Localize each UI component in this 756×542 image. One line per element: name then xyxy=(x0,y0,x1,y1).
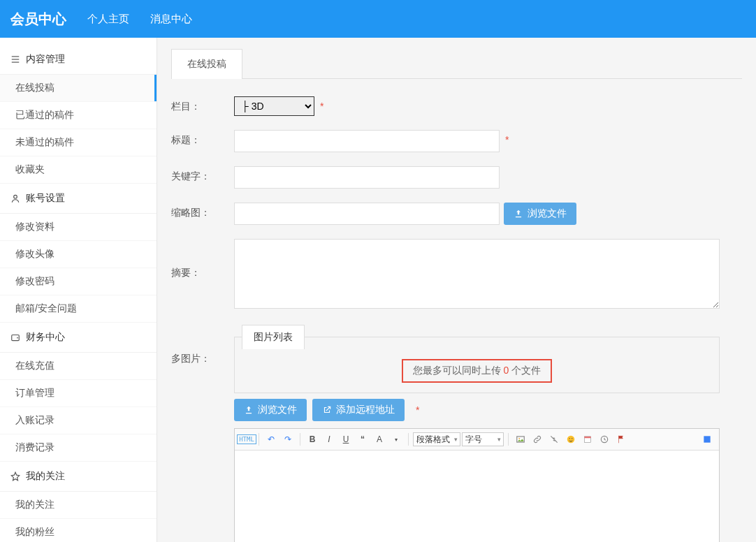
svg-rect-1 xyxy=(12,59,20,59)
add-remote-url-button[interactable]: 添加远程地址 xyxy=(312,399,405,421)
external-link-icon xyxy=(322,405,332,415)
image-list-tab[interactable]: 图片列表 xyxy=(242,325,305,349)
bold-button[interactable]: B xyxy=(305,432,320,447)
label-summary: 摘要： xyxy=(171,239,234,279)
upload-icon xyxy=(514,209,523,219)
sidebar-item-submit[interactable]: 在线投稿 xyxy=(0,75,157,102)
redo-button[interactable]: ↷ xyxy=(280,432,296,447)
editor-toolbar: HTML ↶ ↷ B I U “ A ▾ 段落格式 字号 xyxy=(235,429,719,451)
svg-rect-12 xyxy=(584,437,590,438)
tab-online-submit[interactable]: 在线投稿 xyxy=(171,49,242,79)
svg-rect-2 xyxy=(12,62,20,63)
sidebar-item-edit-profile[interactable]: 修改资料 xyxy=(0,214,157,241)
thumb-input[interactable] xyxy=(234,203,500,225)
sidebar-group-label: 账号设置 xyxy=(26,192,65,205)
tabs: 在线投稿 xyxy=(171,48,742,79)
html-source-button[interactable]: HTML xyxy=(239,432,254,447)
nav-message-center[interactable]: 消息中心 xyxy=(150,13,192,26)
sidebar-item-edit-avatar[interactable]: 修改头像 xyxy=(0,241,157,268)
sidebar-item-recharge[interactable]: 在线充值 xyxy=(0,353,157,380)
main-content: 在线投稿 栏目： ├ 3D * 标题： * 关键字： xyxy=(157,38,756,542)
special-char-button[interactable] xyxy=(613,432,629,447)
button-label: 添加远程地址 xyxy=(336,404,395,416)
sidebar-item-orders[interactable]: 订单管理 xyxy=(0,380,157,407)
image-icon xyxy=(516,434,525,444)
undo-button[interactable]: ↶ xyxy=(263,432,279,447)
date-button[interactable] xyxy=(580,432,595,447)
title-input[interactable] xyxy=(234,130,500,152)
button-label: 浏览文件 xyxy=(258,404,297,416)
rich-text-editor: HTML ↶ ↷ B I U “ A ▾ 段落格式 字号 xyxy=(234,428,720,542)
paragraph-format-select[interactable]: 段落格式 xyxy=(413,432,460,446)
nav-personal-home[interactable]: 个人主页 xyxy=(87,13,129,26)
label-thumb: 缩略图： xyxy=(171,203,234,219)
clock-icon xyxy=(599,434,609,444)
user-icon xyxy=(10,193,20,203)
sidebar-group-content: 内容管理 xyxy=(0,45,157,75)
smiley-icon xyxy=(566,434,576,444)
sidebar-item-rejected[interactable]: 未通过的稿件 xyxy=(0,129,157,156)
column-select[interactable]: ├ 3D xyxy=(234,96,314,116)
svg-point-5 xyxy=(17,337,18,339)
sidebar-group-finance: 财务中心 xyxy=(0,323,157,353)
browse-file-button[interactable]: 浏览文件 xyxy=(504,203,576,225)
sidebar-item-my-fans[interactable]: 我的粉丝 xyxy=(0,519,157,542)
time-button[interactable] xyxy=(597,432,612,447)
sidebar-group-label: 内容管理 xyxy=(26,53,65,66)
required-marker: * xyxy=(320,96,324,112)
italic-button[interactable]: I xyxy=(321,432,337,447)
sidebar-item-email-security[interactable]: 邮箱/安全问题 xyxy=(0,295,157,323)
svg-point-7 xyxy=(518,438,520,439)
editor-body[interactable] xyxy=(235,451,719,542)
sidebar-group-label: 我的关注 xyxy=(26,470,65,483)
label-column: 栏目： xyxy=(171,96,234,113)
upload-icon xyxy=(244,405,254,415)
link-button[interactable] xyxy=(530,432,545,447)
sidebar-group-follow: 我的关注 xyxy=(0,462,157,492)
link-icon xyxy=(532,434,542,444)
sidebar-item-income[interactable]: 入账记录 xyxy=(0,407,157,434)
sidebar-group-label: 财务中心 xyxy=(26,331,65,344)
star-icon xyxy=(10,471,20,481)
fullscreen-icon xyxy=(702,434,712,444)
calendar-icon xyxy=(583,434,593,444)
sidebar-item-my-follow[interactable]: 我的关注 xyxy=(0,492,157,519)
label-title: 标题： xyxy=(171,130,234,147)
sidebar-item-expense[interactable]: 消费记录 xyxy=(0,434,157,462)
svg-rect-0 xyxy=(12,56,20,57)
sidebar-item-edit-password[interactable]: 修改密码 xyxy=(0,268,157,295)
underline-button[interactable]: U xyxy=(338,432,354,447)
emoji-button[interactable] xyxy=(563,432,579,447)
sidebar-group-account: 账号设置 xyxy=(0,184,157,214)
unlink-button[interactable] xyxy=(546,432,562,447)
multi-image-box: 图片列表 您最多可以同时上传 0 个文件 xyxy=(234,337,720,393)
sidebar-item-favorites[interactable]: 收藏夹 xyxy=(0,156,157,184)
button-label: 浏览文件 xyxy=(528,207,567,220)
notice-text: 个文件 xyxy=(509,365,541,376)
svg-point-8 xyxy=(567,436,575,444)
browse-file-button-2[interactable]: 浏览文件 xyxy=(234,399,307,421)
summary-textarea[interactable] xyxy=(234,239,720,309)
label-multi-image: 多图片： xyxy=(171,325,234,365)
flag-icon xyxy=(616,434,626,444)
required-marker: * xyxy=(416,404,419,416)
sidebar: 内容管理 在线投稿 已通过的稿件 未通过的稿件 收藏夹 账号设置 修改资料 修改… xyxy=(0,38,157,542)
svg-point-3 xyxy=(14,195,17,198)
font-color-button[interactable]: A xyxy=(372,432,387,447)
svg-point-10 xyxy=(572,438,572,439)
required-marker: * xyxy=(505,130,509,145)
notice-text: 您最多可以同时上传 xyxy=(413,365,504,376)
keyword-input[interactable] xyxy=(234,166,500,189)
quote-button[interactable]: “ xyxy=(355,432,370,447)
fullscreen-button[interactable] xyxy=(699,432,715,447)
sidebar-item-approved[interactable]: 已通过的稿件 xyxy=(0,102,157,129)
font-size-select[interactable]: 字号 xyxy=(462,432,504,446)
wallet-icon xyxy=(10,332,20,342)
svg-rect-14 xyxy=(704,436,710,442)
image-button[interactable] xyxy=(513,432,528,447)
unlink-icon xyxy=(549,434,559,444)
label-keyword: 关键字： xyxy=(171,166,234,183)
top-header: 会员中心 个人主页 消息中心 xyxy=(0,0,756,38)
upload-limit-notice: 您最多可以同时上传 0 个文件 xyxy=(402,359,553,383)
dropdown-icon[interactable]: ▾ xyxy=(388,432,404,447)
